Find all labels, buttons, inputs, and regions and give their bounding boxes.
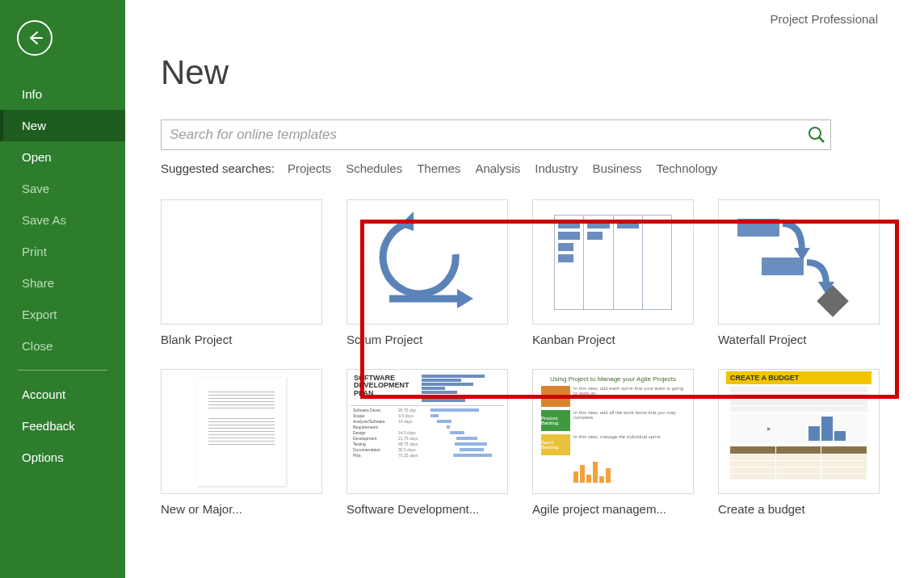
search-icon — [808, 126, 825, 144]
template-scrum-project[interactable]: Scrum Project — [346, 199, 508, 346]
template-thumb — [161, 369, 322, 494]
svg-point-0 — [809, 128, 821, 139]
template-label: New or Major... — [161, 502, 322, 516]
template-thumb — [532, 199, 694, 325]
suggested-tag-analysis[interactable]: Analysis — [475, 161, 520, 175]
template-label: Blank Project — [161, 333, 322, 346]
sidebar-item-open[interactable]: Open — [0, 141, 125, 173]
waterfall-icon — [734, 214, 863, 311]
sidebar-item-new[interactable]: New — [0, 110, 125, 141]
suggested-searches: Suggested searches: Projects Schedules T… — [161, 161, 924, 175]
template-label: Software Development... — [346, 502, 508, 516]
template-kanban-project[interactable]: Kanban Project — [532, 199, 694, 346]
template-thumb — [718, 199, 880, 325]
back-button[interactable] — [17, 20, 52, 56]
template-thumb: Using Project to Manage your Agile Proje… — [532, 369, 694, 494]
search-input[interactable] — [162, 120, 803, 149]
suggested-label: Suggested searches: — [161, 161, 275, 175]
backstage-sidebar: Info New Open Save Save As Print Share E… — [0, 0, 125, 578]
sidebar-item-export[interactable]: Export — [0, 299, 125, 330]
template-label: Create a budget — [718, 502, 880, 516]
sidebar-item-feedback[interactable]: Feedback — [0, 410, 125, 442]
template-create-a-budget[interactable]: CREATE A BUDGET ▶ — [718, 369, 880, 516]
template-thumb: CREATE A BUDGET ▶ — [718, 369, 880, 494]
template-waterfall-project[interactable]: Waterfall Project — [718, 199, 880, 346]
template-new-or-major[interactable]: New or Major... — [161, 369, 322, 516]
template-thumb — [346, 199, 508, 325]
sidebar-item-share[interactable]: Share — [0, 267, 125, 299]
app-title: Project Professional — [771, 12, 878, 26]
template-gallery: Blank Project Scrum Project — [161, 199, 924, 516]
search-button[interactable] — [803, 120, 830, 149]
sidebar-item-account[interactable]: Account — [0, 379, 125, 410]
template-software-development[interactable]: SOFTWARE DEVELOPMENT PLAN Software Devel… — [346, 369, 508, 516]
scrum-icon — [367, 210, 488, 315]
document-icon — [197, 377, 286, 486]
suggested-tag-industry[interactable]: Industry — [535, 161, 578, 175]
sidebar-item-save-as[interactable]: Save As — [0, 204, 125, 236]
back-arrow-icon — [26, 29, 44, 47]
suggested-tag-themes[interactable]: Themes — [417, 161, 460, 175]
sidebar-item-close[interactable]: Close — [0, 330, 125, 362]
suggested-tag-business[interactable]: Business — [593, 161, 642, 175]
sdp-preview: SOFTWARE DEVELOPMENT PLAN Software Devel… — [351, 371, 504, 492]
search-row — [161, 119, 831, 150]
sidebar-item-options[interactable]: Options — [0, 442, 125, 473]
svg-line-1 — [819, 137, 824, 142]
page-title: New — [161, 53, 924, 92]
suggested-tag-technology[interactable]: Technology — [656, 161, 717, 175]
template-label: Agile project managem... — [532, 502, 694, 516]
kanban-icon — [554, 215, 672, 310]
sidebar-item-save[interactable]: Save — [0, 173, 125, 204]
template-label: Waterfall Project — [718, 333, 880, 346]
sidebar-item-info[interactable]: Info — [0, 78, 125, 110]
template-label: Kanban Project — [532, 333, 694, 346]
main-area: Project Professional New Suggested searc… — [125, 0, 924, 578]
sidebar-item-print[interactable]: Print — [0, 236, 125, 267]
sidebar-separator — [18, 370, 107, 371]
sidebar-nav: Info New Open Save Save As Print Share E… — [0, 78, 125, 473]
suggested-tag-projects[interactable]: Projects — [288, 161, 331, 175]
template-blank-project[interactable]: Blank Project — [161, 199, 322, 346]
template-label: Scrum Project — [346, 333, 508, 346]
suggested-tag-schedules[interactable]: Schedules — [346, 161, 402, 175]
template-thumb — [161, 199, 322, 325]
agile-preview: Using Project to Manage your Agile Proje… — [537, 371, 689, 492]
template-agile-project-management[interactable]: Using Project to Manage your Agile Proje… — [532, 369, 694, 516]
template-thumb: SOFTWARE DEVELOPMENT PLAN Software Devel… — [346, 369, 508, 494]
budget-preview: CREATE A BUDGET ▶ — [726, 371, 872, 492]
